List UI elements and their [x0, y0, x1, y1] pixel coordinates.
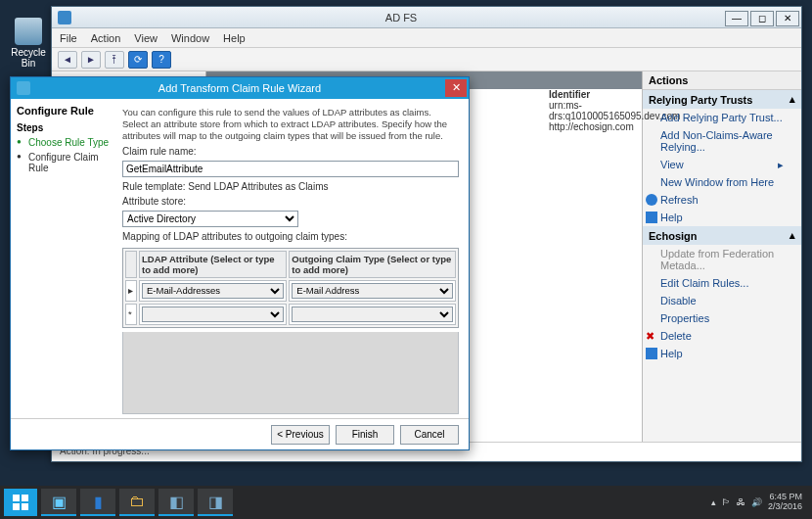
app-icon: ◨ [208, 493, 223, 511]
action-help[interactable]: Help [643, 209, 801, 226]
mapping-col-claim: Outgoing Claim Type (Select or type to a… [289, 251, 456, 278]
tray-flag-icon[interactable]: 🏳 [722, 497, 731, 507]
wizard-titlebar[interactable]: Add Transform Claim Rule Wizard ✕ [11, 77, 469, 99]
rule-name-label: Claim rule name: [122, 146, 459, 157]
action-edit-claim-rules[interactable]: Edit Claim Rules... [643, 274, 801, 292]
action-help-2[interactable]: Help [643, 345, 801, 362]
svg-rect-3 [22, 503, 28, 510]
ldap-attribute-select-new[interactable] [142, 307, 284, 322]
actions-pane: Actions Relying Party Trusts▴ Add Relyin… [643, 71, 801, 442]
cancel-button[interactable]: Cancel [400, 425, 459, 445]
tray-sound-icon[interactable]: 🔊 [751, 497, 762, 507]
tray-chevron-icon[interactable]: ▴ [711, 497, 716, 507]
menu-view[interactable]: View [134, 32, 158, 44]
identifier-label: Identifier [549, 89, 680, 100]
action-properties[interactable]: Properties [643, 309, 801, 327]
table-row: * [125, 304, 456, 325]
action-add-nonclaims[interactable]: Add Non-Claims-Aware Relying... [643, 126, 801, 156]
svg-rect-1 [22, 495, 28, 501]
wizard-content: You can configure this rule to send the … [118, 99, 469, 418]
step-choose-rule-type[interactable]: Choose Rule Type [17, 135, 113, 150]
wizard-title: Add Transform Claim Rule Wizard [36, 82, 443, 94]
attribute-store-select[interactable]: Active Directory [122, 211, 298, 227]
wizard-heading: Configure Rule [17, 105, 113, 117]
recycle-bin-label: Recycle Bin [8, 47, 49, 69]
wizard-close-button[interactable]: ✕ [445, 79, 467, 97]
windows-icon [13, 495, 28, 510]
toolbar-refresh[interactable]: ⟳ [128, 51, 148, 69]
row-selector[interactable]: ▸ [125, 280, 137, 302]
action-delete[interactable]: ✖Delete [643, 327, 801, 345]
previous-button[interactable]: < Previous [271, 425, 330, 445]
refresh-icon [646, 194, 657, 206]
toolbar-back[interactable]: ◄ [58, 51, 77, 69]
actions-group-echosign[interactable]: Echosign▴ [643, 226, 801, 245]
table-row: ▸ E-Mail-Addresses E-Mail Address [125, 280, 456, 302]
recycle-bin[interactable]: Recycle Bin [8, 18, 49, 69]
toolbar-up[interactable]: ⭱ [105, 51, 124, 69]
menu-action[interactable]: Action [91, 32, 121, 44]
row-new[interactable]: * [125, 304, 137, 325]
outgoing-claim-select[interactable]: E-Mail Address [292, 283, 453, 299]
taskbar-explorer[interactable]: 🗀 [119, 489, 155, 516]
mapping-col-ldap: LDAP Attribute (Select or type to add mo… [139, 251, 287, 278]
taskbar-app-2[interactable]: ◨ [198, 489, 233, 516]
menubar: File Action View Window Help [52, 28, 801, 48]
window-titlebar[interactable]: AD FS — ◻ ✕ [52, 7, 801, 28]
menu-file[interactable]: File [60, 32, 77, 44]
maximize-button[interactable]: ◻ [750, 11, 774, 26]
system-tray[interactable]: ▴ 🏳 🖧 🔊 6:45 PM 2/3/2016 [711, 493, 808, 512]
taskbar: ▣ ▮ 🗀 ◧ ◨ ▴ 🏳 🖧 🔊 6:45 PM 2/3/2016 [0, 486, 812, 519]
folder-icon: 🗀 [129, 493, 145, 510]
ldap-attribute-select[interactable]: E-Mail-Addresses [142, 283, 284, 299]
mapping-grid-empty [122, 332, 459, 414]
action-add-rpt[interactable]: Add Relying Party Trust... [643, 109, 801, 126]
app-icon [58, 11, 71, 24]
collapse-icon: ▴ [789, 93, 795, 106]
action-new-window[interactable]: New Window from Here [643, 173, 801, 191]
taskbar-server-manager[interactable]: ▣ [41, 489, 76, 516]
recycle-bin-icon [15, 18, 42, 45]
help-icon [646, 212, 657, 223]
delete-icon: ✖ [646, 330, 657, 342]
rule-template-label: Rule template: Send LDAP Attributes as C… [122, 181, 459, 192]
action-refresh[interactable]: Refresh [643, 191, 801, 209]
step-configure-claim-rule[interactable]: Configure Claim Rule [17, 150, 113, 175]
window-title: AD FS [77, 12, 725, 24]
taskbar-powershell[interactable]: ▮ [80, 489, 115, 516]
rule-name-input[interactable] [122, 161, 459, 177]
tray-network-icon[interactable]: 🖧 [737, 497, 745, 507]
finish-button[interactable]: Finish [336, 425, 394, 445]
attribute-store-label: Attribute store: [122, 196, 459, 207]
claim-rule-wizard: Add Transform Claim Rule Wizard ✕ Config… [10, 76, 470, 450]
taskbar-app-1[interactable]: ◧ [158, 489, 194, 516]
toolbar-help[interactable]: ? [152, 51, 171, 69]
action-update-metadata: Update from Federation Metada... [643, 245, 801, 274]
mapping-label: Mapping of LDAP attributes to outgoing c… [122, 231, 459, 242]
wizard-steps-pane: Configure Rule Steps Choose Rule Type Co… [11, 99, 118, 418]
server-icon: ▣ [52, 493, 67, 511]
svg-rect-0 [13, 495, 20, 501]
svg-rect-2 [13, 503, 20, 510]
app-icon: ◧ [169, 493, 184, 511]
wizard-footer: < Previous Finish Cancel [11, 418, 469, 449]
action-view[interactable]: View▸ [643, 156, 801, 173]
close-button[interactable]: ✕ [776, 11, 799, 26]
clock[interactable]: 6:45 PM 2/3/2016 [768, 493, 802, 512]
steps-label: Steps [17, 122, 113, 133]
help-icon [646, 348, 657, 359]
menu-help[interactable]: Help [223, 32, 246, 44]
collapse-icon: ▴ [789, 229, 795, 242]
wizard-hint: You can configure this rule to send the … [122, 107, 459, 142]
toolbar-forward[interactable]: ► [81, 51, 101, 69]
action-disable[interactable]: Disable [643, 292, 801, 309]
mapping-table: LDAP Attribute (Select or type to add mo… [122, 248, 459, 328]
start-button[interactable] [4, 489, 37, 516]
menu-window[interactable]: Window [171, 32, 209, 44]
clock-date: 2/3/2016 [768, 502, 802, 512]
outgoing-claim-select-new[interactable] [292, 307, 453, 322]
actions-header: Actions [643, 71, 801, 90]
wizard-icon [17, 81, 30, 95]
minimize-button[interactable]: — [725, 11, 748, 26]
powershell-icon: ▮ [94, 493, 103, 511]
